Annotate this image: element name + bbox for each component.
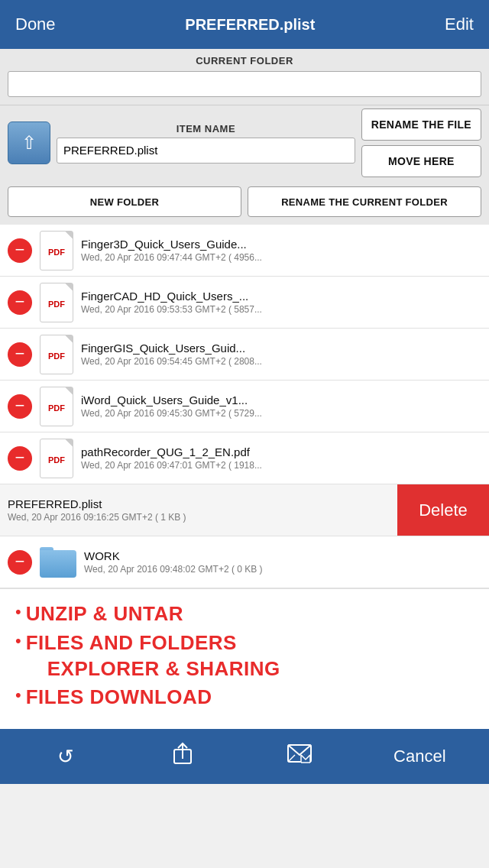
- file-info: WORK Wed, 20 Apr 2016 09:48:02 GMT+2 ( 0…: [84, 549, 481, 575]
- bullet-icon-1: •: [15, 601, 21, 623]
- promo-text-1: UNZIP & UNTAR: [26, 601, 183, 627]
- minus-icon: −: [15, 241, 25, 258]
- list-item[interactable]: − PDF pathRecorder_QUG_1_2_EN.pdf Wed, 2…: [0, 432, 489, 484]
- list-item[interactable]: − PDF iWord_Quick_Users_Guide_v1... Wed,…: [0, 381, 489, 432]
- bullet-icon-3: •: [15, 685, 21, 707]
- edit-button[interactable]: Edit: [445, 15, 474, 34]
- bullet-icon-2: •: [15, 630, 21, 653]
- promo-line-3: • FILES DOWNLOAD: [15, 685, 474, 711]
- rename-buttons: RENAME THE FILE MOVE HERE: [361, 108, 481, 177]
- done-button[interactable]: Done: [15, 15, 56, 34]
- bottom-toolbar: ↺ Cancel: [0, 729, 489, 784]
- minus-icon: −: [15, 449, 25, 466]
- cancel-button[interactable]: Cancel: [393, 747, 445, 766]
- svg-line-4: [288, 755, 295, 762]
- delete-circle-icon[interactable]: −: [8, 342, 32, 367]
- promo-line-1: • UNZIP & UNTAR: [15, 601, 474, 627]
- pdf-label: PDF: [48, 351, 65, 361]
- promo-text-3: FILES DOWNLOAD: [26, 685, 212, 711]
- file-name: FingerCAD_HD_Quick_Users_...: [81, 290, 481, 303]
- item-name-input[interactable]: [57, 138, 355, 164]
- list-item[interactable]: − PDF FingerCAD_HD_Quick_Users_... Wed, …: [0, 277, 489, 329]
- folder-icon: [40, 547, 76, 578]
- delete-swipe-button[interactable]: Delete: [397, 484, 489, 536]
- delete-circle-icon[interactable]: −: [8, 238, 32, 263]
- file-name: pathRecorder_QUG_1_2_EN.pdf: [81, 445, 481, 458]
- pdf-label: PDF: [48, 455, 65, 465]
- mail-button[interactable]: [277, 737, 322, 776]
- file-info: FingerCAD_HD_Quick_Users_... Wed, 20 Apr…: [81, 290, 481, 315]
- folder-item[interactable]: − WORK Wed, 20 Apr 2016 09:48:02 GMT+2 (…: [0, 536, 489, 588]
- share-button[interactable]: [160, 737, 206, 776]
- selected-file-item[interactable]: PREFERRED.plist Wed, 20 Apr 2016 09:16:2…: [0, 484, 489, 536]
- file-info: iWord_Quick_Users_Guide_v1... Wed, 20 Ap…: [81, 394, 481, 419]
- item-name-col: ITEM NAME: [57, 123, 355, 164]
- file-meta: Wed, 20 Apr 2016 09:53:53 GMT+2 ( 5857..…: [81, 304, 481, 315]
- promo-text-2-col: FILES AND FOLDERS EXPLORER & SHARING: [26, 630, 280, 682]
- file-meta: Wed, 20 Apr 2016 09:47:44 GMT+2 ( 4956..…: [81, 252, 481, 263]
- minus-icon: −: [15, 397, 25, 414]
- list-item[interactable]: − PDF FingerGIS_Quick_Users_Guid... Wed,…: [0, 329, 489, 381]
- promo-section: • UNZIP & UNTAR • FILES AND FOLDERS EXPL…: [0, 588, 489, 729]
- delete-label: Delete: [419, 500, 468, 520]
- file-meta: Wed, 20 Apr 2016 09:54:45 GMT+2 ( 2808..…: [81, 356, 481, 367]
- header-title: PREFERRED.plist: [185, 16, 315, 34]
- file-name: FingerGIS_Quick_Users_Guid...: [81, 342, 481, 355]
- promo-text-2a: FILES AND FOLDERS: [26, 630, 280, 656]
- pdf-icon: PDF: [40, 335, 73, 374]
- refresh-button[interactable]: ↺: [43, 737, 89, 776]
- pdf-icon: PDF: [40, 387, 73, 426]
- file-info: PREFERRED.plist Wed, 20 Apr 2016 09:16:2…: [8, 497, 390, 523]
- rename-current-folder-button[interactable]: RENAME THE CURRENT FOLDER: [248, 186, 481, 217]
- delete-circle-icon[interactable]: −: [8, 290, 32, 315]
- folder-actions-row: NEW FOLDER RENAME THE CURRENT FOLDER: [0, 183, 489, 225]
- mail-icon: [287, 744, 312, 769]
- item-row: ⇧ ITEM NAME RENAME THE FILE MOVE HERE: [0, 105, 489, 183]
- file-info: Finger3D_Quick_Users_Guide... Wed, 20 Ap…: [81, 238, 481, 263]
- item-left: ⇧ ITEM NAME: [8, 108, 355, 177]
- file-info: pathRecorder_QUG_1_2_EN.pdf Wed, 20 Apr …: [81, 445, 481, 471]
- pdf-label: PDF: [48, 248, 65, 257]
- list-item[interactable]: − PDF Finger3D_Quick_Users_Guide... Wed,…: [0, 225, 489, 277]
- folder-meta: Wed, 20 Apr 2016 09:48:02 GMT+2 ( 0 KB ): [84, 564, 481, 575]
- upload-arrow-icon: ⇧: [21, 134, 37, 152]
- move-here-button[interactable]: MOVE HERE: [361, 145, 481, 177]
- minus-icon: −: [15, 553, 25, 570]
- new-folder-button[interactable]: NEW FOLDER: [8, 186, 241, 217]
- current-folder-section: CURRENT FOLDER: [0, 49, 489, 105]
- file-name: iWord_Quick_Users_Guide_v1...: [81, 394, 481, 406]
- promo-text-2b: EXPLORER & SHARING: [26, 656, 280, 682]
- current-folder-input[interactable]: [8, 71, 481, 97]
- delete-circle-icon[interactable]: −: [8, 394, 32, 419]
- pdf-icon: PDF: [40, 283, 73, 322]
- promo-line-2: • FILES AND FOLDERS EXPLORER & SHARING: [15, 630, 474, 682]
- file-meta: Wed, 20 Apr 2016 09:45:30 GMT+2 ( 5729..…: [81, 408, 481, 419]
- folder-shape: [40, 550, 76, 578]
- minus-icon: −: [15, 293, 25, 310]
- pdf-label: PDF: [48, 300, 65, 309]
- rename-file-button[interactable]: RENAME THE FILE: [361, 108, 481, 141]
- delete-circle-icon[interactable]: −: [8, 550, 32, 575]
- file-list: − PDF Finger3D_Quick_Users_Guide... Wed,…: [0, 225, 489, 588]
- header: Done PREFERRED.plist Edit: [0, 0, 489, 49]
- file-info: FingerGIS_Quick_Users_Guid... Wed, 20 Ap…: [81, 342, 481, 367]
- pdf-icon: PDF: [40, 231, 73, 270]
- pdf-label: PDF: [48, 403, 65, 413]
- item-name-label: ITEM NAME: [57, 123, 355, 134]
- file-meta: Wed, 20 Apr 2016 09:16:25 GMT+2 ( 1 KB ): [8, 512, 390, 523]
- refresh-icon: ↺: [57, 745, 74, 769]
- current-folder-label: CURRENT FOLDER: [8, 55, 481, 66]
- file-name: PREFERRED.plist: [8, 497, 390, 510]
- share-icon: [172, 742, 193, 772]
- upload-icon-box: ⇧: [8, 121, 50, 164]
- minus-icon: −: [15, 345, 25, 362]
- delete-circle-icon[interactable]: −: [8, 446, 32, 471]
- folder-name: WORK: [84, 549, 481, 562]
- file-meta: Wed, 20 Apr 2016 09:47:01 GMT+2 ( 1918..…: [81, 460, 481, 471]
- file-name: Finger3D_Quick_Users_Guide...: [81, 238, 481, 251]
- pdf-icon: PDF: [40, 439, 73, 478]
